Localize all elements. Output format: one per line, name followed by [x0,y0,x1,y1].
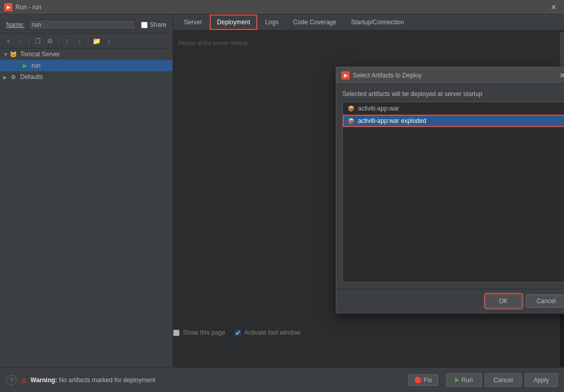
sort-button[interactable]: ↕ [104,36,114,46]
settings-button[interactable]: ⚙ [45,36,55,46]
tab-code-coverage[interactable]: Code Coverage [286,15,343,29]
artifact-list: 📦 activiti-app:war 📦 activiti-app:war ex… [342,102,564,283]
fix-label: Fix [424,377,432,384]
fix-icon: 🔴 [414,377,422,384]
help-button[interactable]: ? [6,375,17,385]
bottom-bar: ? ⚠ Warning: No artifacts marked for dep… [0,367,564,392]
tree-item-run[interactable]: ▶ run [0,60,173,71]
title-bar: ▶ Run - run ✕ [0,0,564,14]
warning-area: ⚠ Warning: No artifacts marked for deplo… [21,376,404,384]
sidebar-toolbar: + − ❐ ⚙ ↑ ↓ 📁 ↕ [0,34,173,49]
run-button[interactable]: Run [446,373,482,387]
tab-deployment[interactable]: Deployment [210,14,257,30]
tab-logs[interactable]: Logs [258,15,285,29]
artifact-label-1: activiti-app:war exploded [358,117,426,124]
folder-button[interactable]: 📁 [91,36,102,46]
cancel-button[interactable]: Cancel [485,373,522,387]
run-label: run [32,62,40,69]
dialog-subtitle: Selected artifacts will be deployed at s… [342,90,564,98]
apply-button[interactable]: Apply [525,373,558,387]
dialog-cancel-button[interactable]: Cancel [526,294,564,308]
title-bar-icon: ▶ [4,3,12,11]
share-button[interactable]: Share [141,21,166,28]
defaults-icon: ⚙ [9,73,18,81]
tab-startup[interactable]: Startup/Connection [344,15,411,29]
warning-icon: ⚠ [21,376,27,384]
separator-3 [88,37,88,45]
bottom-actions: Run Cancel Apply [446,373,558,387]
dialog-close-button[interactable]: ✕ [557,70,564,81]
dialog-icon: ▶ [341,71,350,80]
remove-button[interactable]: − [15,36,26,46]
artifact-label-0: activiti-app:war [358,105,399,112]
fix-button[interactable]: 🔴 Fix [409,374,438,386]
content-area: Deploy at the server startup Show this p… [173,30,564,367]
dialog-footer: OK Cancel [336,289,564,313]
title-bar-close-button[interactable]: ✕ [547,2,560,12]
separator-2 [58,37,59,45]
move-down-button[interactable]: ↓ [74,36,85,46]
share-checkbox[interactable] [141,22,148,28]
run-triangle-icon [455,378,459,383]
expand-arrow-tomcat: ▼ [3,52,9,57]
artifact-icon-1: 📦 [347,117,355,125]
name-label: Name: [6,21,24,28]
title-bar-text: Run - run [15,4,547,11]
add-button[interactable]: + [3,36,13,46]
tree-item-defaults[interactable]: ▶ ⚙ Defaults [0,71,173,83]
tabs-bar: Server Deployment Logs Code Coverage Sta… [173,14,564,30]
dialog-title: Select Artifacts to Deploy [353,72,557,79]
sidebar: Name: run Share + − ❐ ⚙ ↑ ↓ 📁 ↕ ▼ 🐱 Tomc… [0,14,173,367]
defaults-label: Defaults [20,73,43,81]
dialog-content: Selected artifacts will be deployed at s… [336,84,564,289]
name-bar: Name: run Share [0,17,173,34]
dialog-ok-button[interactable]: OK [485,294,522,308]
run-icon: ▶ [21,61,29,70]
tomcat-label: Tomcat Server [20,51,60,58]
warning-text: Warning: No artifacts marked for deploym… [30,377,155,384]
tree-item-tomcat[interactable]: ▼ 🐱 Tomcat Server [0,49,173,60]
move-up-button[interactable]: ↑ [62,36,72,46]
separator-1 [29,37,29,45]
name-input[interactable]: run [28,20,136,30]
copy-button[interactable]: ❐ [33,36,43,46]
tomcat-icon: 🐱 [9,50,18,58]
artifact-icon-0: 📦 [347,104,355,113]
artifact-item-0[interactable]: 📦 activiti-app:war [343,102,564,115]
expand-arrow-defaults: ▶ [3,74,9,80]
artifact-item-1[interactable]: 📦 activiti-app:war exploded [343,115,564,127]
select-artifacts-dialog: ▶ Select Artifacts to Deploy ✕ Selected … [336,67,564,313]
tab-server[interactable]: Server [177,15,209,29]
dialog-title-bar: ▶ Select Artifacts to Deploy ✕ [336,67,564,84]
